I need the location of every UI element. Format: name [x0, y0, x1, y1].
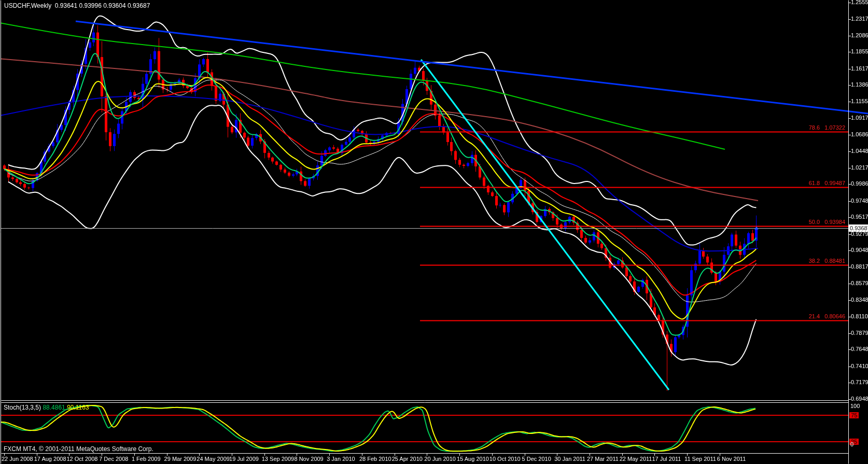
date-axis-label: 30 Jan 2011 — [554, 456, 585, 462]
stoch-k-value: 88.4861 — [43, 404, 65, 411]
price-axis-label: 0.85790 — [851, 280, 868, 286]
date-axis-label: 29 Mar 2009 — [164, 456, 197, 462]
price-axis-label: 0.69480 — [851, 396, 868, 402]
stoch-level-75-box: 75 — [849, 412, 859, 418]
price-axis-label: 0.97480 — [851, 198, 868, 204]
stoch-indicator-label: Stoch(13,3,5) 88.4861 90.1163 — [4, 404, 89, 411]
price-axis-label: 1.16170 — [851, 66, 868, 72]
price-axis-label: 0.83480 — [851, 297, 868, 303]
price-axis-label: 0.90480 — [851, 247, 868, 253]
stoch-axis-100: 100 — [850, 403, 860, 409]
price-axis-label: 0.78790 — [851, 330, 868, 336]
price-axis-label: 1.23170 — [851, 16, 868, 22]
date-axis-label: 22 May 2011 — [620, 456, 652, 462]
date-axis-label: 25 Apr 2010 — [392, 456, 423, 462]
price-axis-label: 1.20860 — [851, 33, 868, 38]
price-axis-label: 1.06860 — [851, 132, 868, 137]
price-axis-label: 1.25550 — [851, 0, 868, 5]
mt4-chart-window: USDCHF,Weekly 0.93641 0.93996 0.93604 0.… — [0, 0, 868, 464]
date-axis-label: 13 Sep 2009 — [262, 456, 294, 462]
price-axis-label: 0.76480 — [851, 346, 868, 352]
date-axis-label: 1 Feb 2009 — [132, 456, 161, 462]
date-axis-label: 11 Sep 2011 — [684, 456, 716, 462]
stoch-name: Stoch(13,3,5) — [4, 404, 41, 411]
fib-level-label: 21.4 0.80646 — [741, 314, 845, 319]
date-axis-label: 10 Oct 2010 — [489, 456, 521, 462]
price-axis-label: 0.95170 — [851, 214, 868, 220]
date-axis-label: 3 Jan 2010 — [327, 456, 355, 462]
fib-level-label: 38.2 0.88481 — [741, 258, 845, 264]
price-axis-label: 0.81100 — [851, 314, 868, 319]
date-axis-label: 5 Dec 2010 — [522, 456, 551, 462]
price-axis-label: 1.18550 — [851, 49, 868, 54]
chart-title: USDCHF,Weekly 0.93641 0.93996 0.93604 0.… — [4, 3, 150, 9]
stoch-d-value: 90.1163 — [67, 404, 89, 411]
date-axis-label: 15 Aug 2010 — [457, 456, 489, 462]
date-axis-label: 24 May 2009 — [197, 456, 230, 462]
date-axis-label: 12 Oct 2008 — [66, 456, 97, 462]
main-chart-plot[interactable] — [1, 0, 848, 400]
price-axis-label: 1.04480 — [851, 148, 868, 154]
fib-level-label: 50.0 0.93984 — [741, 219, 845, 225]
date-axis-label: 7 Dec 2008 — [99, 456, 128, 462]
price-axis-label: 1.13860 — [851, 82, 868, 88]
date-axis-label: 19 Jul 2009 — [229, 456, 259, 462]
date-axis-label: 28 Feb 2010 — [359, 456, 391, 462]
date-axis-label: 8 Nov 2009 — [294, 456, 323, 462]
price-axis-label: 1.09170 — [851, 115, 868, 121]
copyright-label: FXCM MT4, © 2001-2011 MetaQuotes Softwar… — [4, 446, 153, 452]
price-axis-label: 0.92790 — [851, 231, 868, 237]
fib-level-label: 61.8 0.99487 — [741, 180, 845, 186]
price-axis-label: 1.11550 — [851, 99, 868, 104]
date-axis-label: 17 Aug 2008 — [34, 456, 66, 462]
price-axis-label: 0.88170 — [851, 264, 868, 270]
date-axis-label: 22 Jun 2008 — [2, 456, 33, 462]
fib-level-label: 78.6 1.07322 — [741, 125, 845, 131]
price-axis-label: 0.74100 — [851, 363, 868, 369]
date-axis-label: 6 Nov 2011 — [717, 456, 746, 462]
date-axis-label: 27 Mar 2011 — [587, 456, 619, 462]
date-axis-label: 20 Jun 2010 — [424, 456, 456, 462]
price-axis-label: 0.71790 — [851, 379, 868, 385]
price-axis-label: 1.02170 — [851, 165, 868, 171]
price-axis-label: 0.99860 — [851, 181, 868, 187]
date-axis-label: 17 Jul 2011 — [652, 456, 681, 462]
stoch-axis-0: 0 — [850, 442, 853, 447]
